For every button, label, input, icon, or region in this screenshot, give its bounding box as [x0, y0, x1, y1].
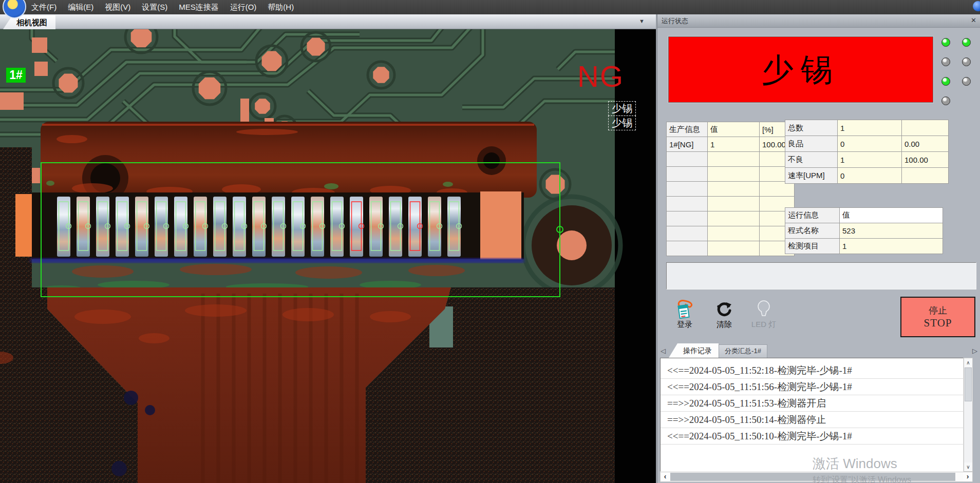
cell-empty: [708, 241, 760, 256]
panel-title-bar: 运行状态 ✕: [657, 14, 980, 28]
cell-empty: [667, 182, 708, 197]
tab-scroll-left-icon[interactable]: ◁: [661, 347, 666, 355]
chevron-down-icon[interactable]: ▼: [639, 18, 645, 24]
status-led-gray: [962, 77, 971, 86]
cell-empty: [667, 167, 708, 182]
cell-label: 程式名称: [785, 223, 840, 239]
column-header: 值: [840, 208, 943, 223]
status-led-gray: [941, 96, 950, 105]
table-row: 速率[UPM] 0: [785, 168, 949, 184]
cell-empty: [708, 226, 760, 241]
copper-octagon-pad: [199, 78, 220, 99]
menu-mes-connector[interactable]: MES连接器: [173, 0, 224, 14]
stop-label-en: STOP: [924, 317, 952, 330]
fiducial-target: [532, 205, 612, 285]
pcb-inspection-image: [0, 29, 656, 483]
tab-operation-log[interactable]: 操作记录: [669, 343, 719, 358]
inspection-result-text: NG: [577, 59, 624, 93]
camera-view-area: 1# NG 少锡 少锡: [0, 29, 656, 483]
close-icon[interactable]: ✕: [971, 16, 976, 24]
defect-label: 少锡: [608, 115, 636, 130]
stop-label-zh: 停止: [929, 304, 947, 317]
status-led-gray: [941, 57, 950, 66]
cell-percent: [902, 120, 949, 136]
cell-empty: [667, 152, 708, 167]
table-row-empty: [667, 167, 795, 182]
led-lamp-button[interactable]: LED 灯: [748, 299, 779, 330]
clear-icon: [709, 299, 740, 319]
cell-label: 总数: [785, 120, 838, 136]
menu-help[interactable]: 帮助(H): [262, 0, 299, 14]
status-leds: [941, 38, 971, 105]
table-row: 不良 1 100.00: [785, 152, 949, 168]
log-vertical-scrollbar[interactable]: ∧ ∨: [964, 358, 973, 472]
scrollbar-thumb[interactable]: [670, 473, 955, 481]
cell-empty: [667, 197, 708, 211]
table-row: 程式名称 523: [785, 223, 943, 239]
login-button[interactable]: 登录: [669, 299, 700, 330]
led-lamp-label: LED 灯: [748, 320, 779, 330]
flex-cable-region: [0, 287, 615, 483]
table-row-empty: [667, 197, 795, 211]
scrollbar-thumb[interactable]: [965, 368, 972, 401]
cell-label: 速率[UPM]: [785, 168, 838, 184]
cell-empty: [708, 211, 760, 226]
panel-title: 运行状态: [657, 14, 980, 27]
column-header: 值: [708, 122, 760, 137]
cell-value: 1: [838, 152, 902, 168]
table-row-empty: [667, 152, 795, 167]
log-entry: <<==2024-05-05_11:50:10-检测完毕-少锡-1#: [661, 428, 963, 445]
tray-status-icon: [973, 1, 980, 11]
statistics-table: 总数 1 良品 0 0.00 不良 1 100.00 速率[UPM] 0: [785, 120, 949, 184]
clear-button[interactable]: 清除: [709, 299, 740, 330]
table-row-empty: [667, 211, 795, 226]
menu-file[interactable]: 文件(F): [26, 0, 62, 14]
status-led-green: [941, 38, 950, 47]
log-entry: ==>>2024-05-05_11:51:53-检测器开启: [661, 395, 963, 412]
menu-settings[interactable]: 设置(S): [136, 0, 173, 14]
column-header: 运行信息: [785, 208, 840, 223]
scroll-down-icon[interactable]: ∨: [964, 462, 972, 471]
cell-empty: [708, 152, 760, 167]
cell-empty: [667, 241, 708, 256]
cell-percent: [902, 168, 949, 184]
menu-run[interactable]: 运行(O): [224, 0, 262, 14]
scroll-right-icon[interactable]: ›: [963, 472, 972, 481]
copper-octagon-pad: [255, 99, 270, 114]
stop-button[interactable]: 停止 STOP: [900, 297, 975, 337]
status-led-gray: [962, 57, 971, 66]
log-entry: <<==2024-05-05_11:51:56-检测完毕-少锡-1#: [661, 379, 963, 395]
scroll-up-icon[interactable]: ∧: [964, 358, 972, 367]
cell-value: 1: [708, 137, 760, 152]
message-box: [666, 262, 976, 289]
tab-scroll-right-icon[interactable]: ▷: [972, 347, 977, 355]
cell-label: 检测项目: [785, 239, 840, 254]
menu-edit[interactable]: 编辑(E): [62, 0, 99, 14]
cell-value: 0: [838, 136, 902, 152]
operation-log-list[interactable]: <<==2024-05-05_11:52:18-检测完毕-少锡-1# <<==2…: [660, 358, 964, 472]
cell-station: 1#[NG]: [667, 137, 708, 152]
connector-body: [41, 122, 537, 201]
table-row: 良品 0 0.00: [785, 136, 949, 152]
scroll-left-icon[interactable]: ‹: [661, 472, 670, 481]
cell-label: 良品: [785, 136, 838, 152]
led-lamp-icon: [748, 299, 779, 319]
defect-label-group: 少锡 少锡: [608, 101, 636, 130]
table-row: 检测项目 1: [785, 239, 943, 254]
alarm-display: 少锡: [668, 36, 933, 103]
copper-octagon-pad: [262, 51, 282, 71]
copper-octagon-pad: [307, 37, 325, 55]
defect-label: 少锡: [608, 101, 636, 116]
alarm-text: 少锡: [762, 48, 840, 91]
log-horizontal-scrollbar[interactable]: ‹ ›: [660, 472, 973, 482]
menu-bar: 文件(F) 编辑(E) 视图(V) 设置(S) MES连接器 运行(O) 帮助(…: [0, 0, 980, 14]
cell-value: 523: [840, 223, 943, 239]
column-header: 生产信息: [667, 122, 708, 137]
status-led-green: [941, 77, 950, 86]
copper-octagon-pad: [59, 74, 78, 93]
tab-classification-summary[interactable]: 分类汇总-1#: [719, 344, 767, 358]
log-entry: ==>>2024-05-05_11:50:14-检测器停止: [661, 412, 963, 428]
clear-label: 清除: [709, 320, 740, 330]
menu-view[interactable]: 视图(V): [99, 0, 136, 14]
production-info-table: 生产信息 值 [%] 1#[NG] 1 100.00: [666, 122, 795, 256]
